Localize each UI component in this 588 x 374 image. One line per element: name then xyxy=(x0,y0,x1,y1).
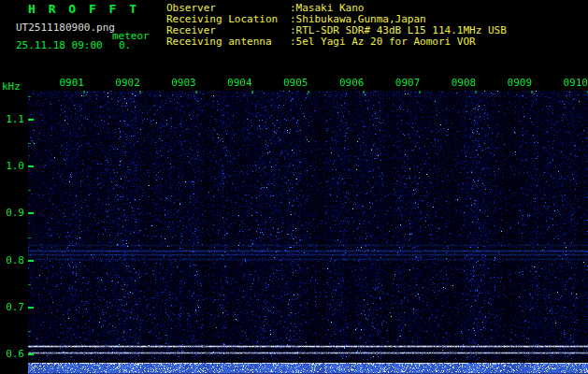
date-time-label: 25.11.18 09:00 xyxy=(16,40,103,50)
station-info-label: Receiver xyxy=(166,25,216,36)
station-info-label: Receiving antenna xyxy=(166,36,272,47)
app-title: H R O F F T xyxy=(28,4,139,14)
freq-minor-tick xyxy=(28,331,31,332)
station-info-label: Receiving Location xyxy=(166,14,278,24)
freq-tick-label: 0.8 xyxy=(2,255,24,266)
hrofft-screen: H R O F F T UT2511180900.png meteor 25.1… xyxy=(0,0,588,374)
freq-minor-tick xyxy=(28,237,31,238)
time-tick xyxy=(419,91,421,94)
time-tick xyxy=(195,91,197,94)
time-tick-label: 0910 xyxy=(556,78,588,88)
time-tick-label: 0902 xyxy=(108,78,140,88)
time-tick-label: 0907 xyxy=(388,78,420,88)
time-tick xyxy=(531,91,533,94)
time-tick xyxy=(363,91,365,94)
station-info-value: :Masaki Kano xyxy=(290,3,364,13)
freq-tick-label: 0.6 xyxy=(2,349,24,359)
time-tick-label: 0908 xyxy=(444,78,476,88)
time-tick-label: 0909 xyxy=(500,78,532,88)
freq-minor-tick xyxy=(28,143,31,144)
time-tick xyxy=(475,91,477,94)
freq-minor-tick xyxy=(28,284,31,285)
time-tick xyxy=(308,91,309,94)
freq-tick-label: 0.9 xyxy=(2,208,24,218)
time-tick xyxy=(139,91,141,94)
time-tick-label: 0906 xyxy=(332,78,364,88)
station-info-value: :5el Yagi Az 20 for Aomori VOR xyxy=(290,36,476,47)
time-tick-label: 0901 xyxy=(52,78,84,88)
freq-major-tick xyxy=(28,307,34,309)
freq-major-tick xyxy=(28,353,34,355)
freq-major-tick xyxy=(28,260,34,262)
time-tick xyxy=(251,91,253,94)
y-axis-unit-label: kHz xyxy=(2,81,21,92)
time-tick xyxy=(83,91,85,94)
output-file-name: UT2511180900.png xyxy=(16,22,115,33)
time-tick-label: 0903 xyxy=(165,78,196,88)
time-tick-label: 0905 xyxy=(277,78,308,88)
station-info-block: Observer:Masaki KanoReceiving Location:S… xyxy=(166,3,588,51)
freq-major-tick xyxy=(28,212,34,214)
station-info-value: :Shibukawa,Gunma,Japan xyxy=(290,14,426,24)
meteor-count: 0. xyxy=(119,40,131,50)
time-tick-label: 0904 xyxy=(221,78,252,88)
freq-tick-label: 0.7 xyxy=(2,302,24,312)
freq-minor-tick xyxy=(28,96,31,97)
freq-minor-tick xyxy=(28,190,31,191)
spectrogram-canvas xyxy=(28,91,588,374)
station-info-label: Observer xyxy=(166,3,216,13)
freq-major-tick xyxy=(28,165,34,167)
station-info-value: :RTL-SDR SDR# 43dB L15 114.1MHz USB xyxy=(290,25,507,36)
freq-major-tick xyxy=(28,119,34,121)
station-info-row: Receiving antenna:5el Yagi Az 20 for Aom… xyxy=(166,36,588,48)
freq-tick-label: 1.1 xyxy=(2,114,24,124)
freq-tick-label: 1.0 xyxy=(2,161,24,171)
